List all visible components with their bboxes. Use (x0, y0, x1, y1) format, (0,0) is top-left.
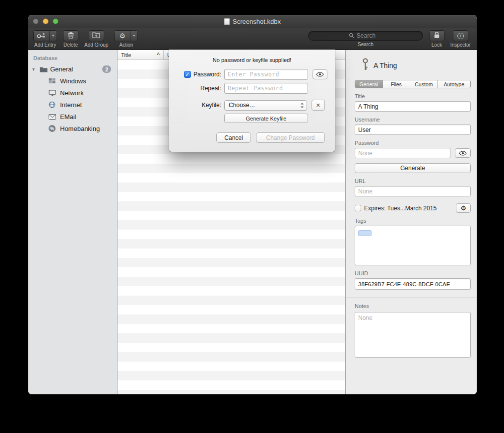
sidebar-item-windows[interactable]: Windows (28, 75, 117, 87)
sidebar-group-general[interactable]: ▾ General 2 (28, 63, 117, 75)
add-entry-label: Add Entry (34, 42, 56, 48)
document-icon (224, 18, 230, 25)
sidebar-item-internet[interactable]: Internet (28, 99, 117, 111)
add-entry-menu-arrow[interactable]: ▾ (49, 31, 57, 41)
password-row: ✓ Password: (179, 69, 325, 80)
sort-ascending-icon: ^ (157, 52, 160, 58)
add-entry-button[interactable]: ▾ (33, 30, 57, 41)
action-menu-arrow[interactable]: ▾ (130, 31, 137, 41)
dialog-reveal-password-button[interactable] (313, 69, 327, 79)
network-icon (48, 89, 56, 97)
info-icon: i (457, 33, 464, 39)
sidebar: Database ▾ General 2 Windows Network (28, 50, 118, 394)
minimize-button[interactable] (43, 18, 49, 24)
email-icon (48, 113, 56, 121)
search-label: Search (358, 42, 374, 47)
folder-icon (40, 65, 48, 73)
inspector-divider (346, 298, 477, 298)
search-input[interactable] (357, 32, 382, 39)
notes-input[interactable] (355, 312, 471, 358)
inspector-label: Inspector (450, 42, 471, 48)
sidebar-item-homebanking[interactable]: % Homebanking (28, 123, 117, 134)
sidebar-item-label: Homebanking (60, 125, 100, 132)
action-button[interactable]: ⚙ ▾ (114, 30, 138, 41)
repeat-label: Repeat: (200, 85, 221, 92)
sidebar-item-label: Windows (60, 77, 86, 85)
inspector-tabs: General Files Custom Autotype (355, 80, 471, 88)
tags-field[interactable] (355, 226, 471, 265)
clear-icon: × (316, 101, 320, 109)
window-title-text: Screenshot.kdbx (233, 18, 281, 25)
sidebar-section-header: Database (28, 54, 117, 63)
delete-label: Delete (63, 42, 78, 48)
expires-checkbox[interactable] (355, 205, 361, 211)
notes-field-label: Notes (355, 303, 471, 309)
keyfile-popup[interactable]: Choose… (224, 100, 307, 111)
internet-icon (48, 101, 56, 109)
disclosure-triangle-icon[interactable]: ▾ (32, 67, 37, 72)
cancel-button[interactable]: Cancel (216, 132, 251, 143)
action-item: ⚙ ▾ Action (114, 30, 138, 48)
password-field-label: Password (355, 140, 471, 146)
password-input[interactable] (355, 148, 450, 158)
add-group-button[interactable] (89, 30, 104, 41)
tags-field-label: Tags (355, 218, 471, 224)
inspector-item: i Inspector (450, 30, 471, 48)
delete-button[interactable] (63, 30, 78, 41)
url-input[interactable] (355, 186, 471, 196)
sidebar-item-email[interactable]: EMail (28, 111, 117, 123)
sidebar-item-label: Internet (60, 101, 82, 109)
titlebar: Screenshot.kdbx (28, 15, 477, 28)
entry-title: A Thing (374, 62, 397, 69)
column-header-title[interactable]: Title ^ (118, 50, 164, 60)
tab-files[interactable]: Files (383, 80, 411, 88)
tab-autotype[interactable]: Autotype (438, 80, 470, 88)
lock-item: Lock (429, 30, 444, 48)
password-dialog: No password or keyfile supplied! ✓ Passw… (169, 50, 335, 152)
tab-general[interactable]: General (355, 80, 383, 88)
expires-row: Expires: Tues...March 2015 ⚙ (355, 203, 471, 213)
username-input[interactable] (355, 124, 471, 135)
lock-button[interactable] (429, 30, 444, 41)
search-icon (349, 31, 354, 40)
eye-icon (459, 151, 467, 156)
zoom-button[interactable] (53, 18, 59, 24)
dialog-repeat-input[interactable] (224, 83, 308, 94)
dialog-message: No password or keyfile supplied! (179, 57, 325, 63)
key-icon (362, 58, 369, 73)
search-field[interactable] (308, 31, 423, 41)
keyfile-popup-value: Choose… (229, 102, 255, 109)
sidebar-item-label: EMail (60, 113, 76, 121)
expires-settings-button[interactable]: ⚙ (456, 203, 471, 213)
tab-custom[interactable]: Custom (410, 80, 438, 88)
generate-keyfile-button[interactable]: Generate Keyfile (224, 114, 308, 123)
eye-icon (316, 72, 324, 77)
repeat-row: Repeat: (179, 83, 325, 94)
add-group-label: Add Group (84, 42, 108, 48)
dialog-actions: Cancel Change Password (179, 132, 325, 143)
change-password-button[interactable]: Change Password (256, 132, 325, 143)
trash-icon (67, 31, 74, 41)
clear-keyfile-button[interactable]: × (312, 100, 325, 111)
gear-icon: ⚙ (460, 204, 466, 212)
reveal-password-button[interactable] (455, 148, 471, 158)
add-group-item: Add Group (84, 30, 108, 48)
generate-password-button[interactable]: Generate (355, 163, 471, 173)
keyfile-label: Keyfile: (202, 102, 221, 109)
toolbar: ▾ Add Entry Delete Add Group ⚙ ▾ (28, 28, 477, 50)
folder-plus-icon (92, 31, 100, 40)
traffic-lights (33, 18, 59, 24)
window-title: Screenshot.kdbx (224, 18, 281, 25)
inspector-button[interactable]: i (453, 30, 468, 41)
sidebar-item-label: Network (60, 89, 84, 97)
inspector-header: A Thing (355, 58, 471, 73)
close-button[interactable] (33, 18, 39, 24)
title-field-label: Title (355, 93, 471, 99)
title-input[interactable] (355, 101, 471, 112)
password-checkbox[interactable]: ✓ (184, 71, 191, 78)
username-field-label: Username (355, 117, 471, 123)
dialog-password-input[interactable] (224, 69, 308, 80)
search-item: Search (308, 30, 423, 47)
sidebar-item-network[interactable]: Network (28, 87, 117, 99)
uuid-input[interactable] (355, 278, 471, 290)
